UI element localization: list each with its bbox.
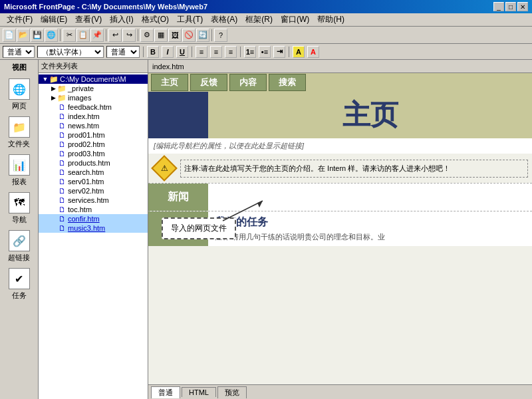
menu-window[interactable]: 窗口(W) xyxy=(277,13,313,27)
menu-view[interactable]: 查看(V) xyxy=(71,13,106,27)
indent-button[interactable]: ⇥ xyxy=(273,46,285,58)
news-file-icon: 🗋 xyxy=(57,122,66,130)
search-label: search.htm xyxy=(68,168,104,176)
format-bar: 普通 （默认字体） 普通 B I U ≡ ≡ ≡ 1≡ •≡ ⇥ A A xyxy=(0,44,532,60)
tree-item-search[interactable]: 🗋 search.htm xyxy=(39,168,148,177)
nav-tab-home[interactable]: 主页 xyxy=(151,74,188,91)
new-button[interactable]: 📄 xyxy=(3,29,16,42)
toolbar: 📄 📂 💾 🌐 ✂ 📋 📌 ↩ ↪ ⚙ ▦ 🖼 🚫 🔄 ? xyxy=(0,27,532,44)
svg-line-0 xyxy=(223,201,263,221)
menu-edit[interactable]: 编辑(E) xyxy=(37,13,71,27)
prod02-label: prod02.htm xyxy=(68,140,105,148)
align-right-button[interactable]: ≡ xyxy=(225,46,237,58)
align-left-button[interactable]: ≡ xyxy=(196,46,207,58)
tree-item-serv02[interactable]: 🗋 serv02.htm xyxy=(39,186,148,196)
tree-item-toc[interactable]: 🗋 toc.htm xyxy=(39,205,148,214)
menu-tools[interactable]: 工具(T) xyxy=(173,13,207,27)
nav-tab-feedback[interactable]: 反馈 xyxy=(190,74,227,91)
size-select[interactable]: 普通 xyxy=(106,46,140,58)
align-center-button[interactable]: ≡ xyxy=(210,46,222,58)
prod03-file-icon: 🗋 xyxy=(57,150,66,158)
menu-help[interactable]: 帮助(H) xyxy=(313,13,348,27)
warning-sign: ⚠ xyxy=(152,156,176,180)
stop-button[interactable]: 🚫 xyxy=(182,29,196,42)
tree-item-services[interactable]: 🗋 services.htm xyxy=(39,196,148,205)
sidebar-item-report[interactable]: 📊 报表 xyxy=(3,152,36,189)
menu-frames[interactable]: 框架(R) xyxy=(241,13,277,27)
menu-file[interactable]: 文件(F) xyxy=(3,13,37,27)
tree-item-index[interactable]: 🗋 index.htm xyxy=(39,112,148,121)
open-button[interactable]: 📂 xyxy=(17,29,30,42)
toolbar-sep-1 xyxy=(60,29,61,41)
sidebar-item-navigation[interactable]: 🗺 导航 xyxy=(3,190,36,227)
menu-table[interactable]: 表格(A) xyxy=(207,13,241,27)
copy-button[interactable]: 📋 xyxy=(76,29,90,42)
prod01-file-icon: 🗋 xyxy=(57,131,66,139)
undo-button[interactable]: ↩ xyxy=(108,29,122,42)
sidebar-item-hyperlink[interactable]: 🔗 超链接 xyxy=(3,228,36,265)
menu-insert[interactable]: 插入(I) xyxy=(106,13,137,27)
tree-item-confir[interactable]: 🗋 confir.htm xyxy=(39,214,148,223)
fmt-sep-3 xyxy=(240,47,241,57)
close-button[interactable]: ✕ xyxy=(517,2,528,11)
menu-format[interactable]: 格式(O) xyxy=(138,13,173,27)
tab-preview[interactable]: 预览 xyxy=(217,386,247,398)
bold-button[interactable]: B xyxy=(147,46,159,58)
insert-table-button[interactable]: ▦ xyxy=(154,29,168,42)
cut-button[interactable]: ✂ xyxy=(63,29,76,42)
tree-item-prod01[interactable]: 🗋 prod01.htm xyxy=(39,130,148,140)
redo-button[interactable]: ↪ xyxy=(122,29,136,42)
italic-button[interactable]: I xyxy=(162,46,174,58)
font-color-button[interactable]: A xyxy=(307,46,319,58)
tree-item-news[interactable]: 🗋 news.htm xyxy=(39,121,148,130)
publish-button[interactable]: 🌐 xyxy=(45,29,58,42)
tree-item-images[interactable]: ▶ 📁 images xyxy=(39,93,148,102)
svg-marker-1 xyxy=(257,201,263,207)
serv01-file-icon: 🗋 xyxy=(57,178,66,186)
tree-item-serv01[interactable]: 🗋 serv01.htm xyxy=(39,177,148,186)
style-select[interactable]: 普通 xyxy=(3,46,35,58)
products-section-row: 产品 我们的任务 注释:请用几句干练的话说明贵公司的理念和目标。业 导入的网页文… xyxy=(148,211,532,246)
highlight-button[interactable]: A xyxy=(293,46,305,58)
tab-normal[interactable]: 普通 xyxy=(151,386,180,398)
tree-item-prod03[interactable]: 🗋 prod03.htm xyxy=(39,149,148,158)
font-select[interactable]: （默认字体） xyxy=(37,46,104,58)
products-label: products.htm xyxy=(68,159,110,167)
insert-image-button[interactable]: 🖼 xyxy=(168,29,182,42)
main-wrapper: 视图 🌐 网页 📁 文件夹 📊 报表 🗺 导航 🔗 超链接 xyxy=(0,60,532,399)
sidebar-item-tasks[interactable]: ✔ 任务 xyxy=(3,266,36,303)
numbering-button[interactable]: 1≡ xyxy=(244,46,256,58)
maximize-button[interactable]: □ xyxy=(505,2,516,11)
nav-tab-search[interactable]: 搜索 xyxy=(269,74,306,91)
refresh-button[interactable]: 🔄 xyxy=(196,29,209,42)
tree-item-music3[interactable]: 🗋 music3.htm xyxy=(39,223,148,233)
component-button[interactable]: ⚙ xyxy=(140,29,154,42)
sidebar-item-folder[interactable]: 📁 文件夹 xyxy=(3,114,36,151)
help-button[interactable]: ? xyxy=(214,29,227,42)
tree-root[interactable]: ▼ 📁 C:\My Documents\M xyxy=(39,74,148,84)
mission-text: 注释:请用几句干练的话说明贵公司的理念和目标。业 xyxy=(215,232,525,242)
nav-tab-content[interactable]: 内容 xyxy=(229,74,267,91)
title-buttons: _ □ ✕ xyxy=(493,2,528,11)
tree-item-private[interactable]: ▶ 📁 _private xyxy=(39,84,148,93)
view-panel: 视图 🌐 网页 📁 文件夹 📊 报表 🗺 导航 🔗 超链接 xyxy=(0,60,39,399)
tree-item-prod02[interactable]: 🗋 prod02.htm xyxy=(39,140,148,149)
sidebar-item-webpage[interactable]: 🌐 网页 xyxy=(3,76,36,113)
music3-file-icon: 🗋 xyxy=(57,224,66,232)
tree-item-feedback[interactable]: 🗋 feedback.htm xyxy=(39,102,148,112)
tree-item-products[interactable]: 🗋 products.htm xyxy=(39,158,148,168)
callout-arrow xyxy=(216,198,269,224)
toolbar-sep-2 xyxy=(106,29,106,41)
confir-file-icon: 🗋 xyxy=(57,215,66,223)
report-icon: 📊 xyxy=(9,154,30,176)
save-button[interactable]: 💾 xyxy=(31,29,44,42)
underline-button[interactable]: U xyxy=(176,46,188,58)
private-expand-icon: ▶ xyxy=(49,85,57,92)
tab-html[interactable]: HTML xyxy=(182,387,216,397)
title-bar: Microsoft FrontPage - C:\My Documents\My… xyxy=(0,0,532,13)
bullets-button[interactable]: •≡ xyxy=(259,46,271,58)
paste-button[interactable]: 📌 xyxy=(90,29,104,42)
fmt-sep-4 xyxy=(289,47,289,57)
search-file-icon: 🗋 xyxy=(57,168,66,176)
minimize-button[interactable]: _ xyxy=(493,2,504,11)
